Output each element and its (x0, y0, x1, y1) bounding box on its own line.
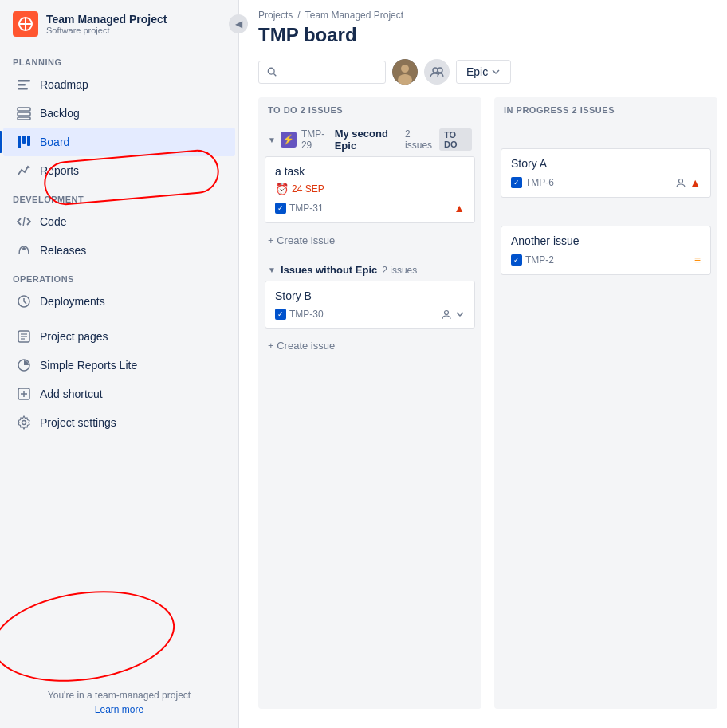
epic-chevron-icon: ▼ (268, 136, 276, 144)
toolbar: Epic (239, 59, 727, 97)
roadmap-label: Roadmap (40, 78, 88, 91)
story-type-icon: ✓ (275, 309, 286, 320)
sidebar-item-board[interactable]: Board (3, 128, 235, 156)
inprogress-column: IN PROGRESS 2 ISSUES ▼ ⚡ spacer Story A (494, 97, 717, 709)
inprogress-column-body: ▼ ⚡ spacer Story A ✓ TMP-6 (494, 123, 717, 288)
svg-line-12 (23, 217, 25, 226)
code-label: Code (40, 215, 66, 228)
issue-card-tmp31[interactable]: a task ⏰ 24 SEP ✓ TMP-31 (265, 156, 475, 223)
group-avatar[interactable] (424, 59, 450, 85)
issue-card-tmp2[interactable]: Another issue ✓ TMP-2 ≡ (501, 226, 711, 275)
issue-title: a task (275, 165, 465, 178)
roadmap-icon (16, 77, 32, 92)
sidebar-item-simple-reports-lite[interactable]: Simple Reports Lite (3, 351, 235, 380)
no-epic-row[interactable]: ▼ Issues without Epic 2 issues (265, 259, 475, 281)
add-shortcut-label: Add shortcut (40, 388, 103, 400)
another-issue-footer: ✓ TMP-2 ≡ (511, 254, 701, 266)
story-a-key: ✓ TMP-6 (511, 177, 554, 188)
svg-rect-9 (18, 136, 21, 148)
svg-point-13 (22, 247, 26, 250)
bottom-circle-annotation (0, 580, 181, 693)
another-issue-title: Another issue (511, 234, 701, 247)
svg-rect-4 (18, 84, 26, 86)
breadcrumb-separator: / (297, 10, 300, 21)
releases-icon (16, 242, 32, 258)
breadcrumb-projects[interactable]: Projects (258, 10, 293, 21)
backlog-label: Backlog (40, 107, 80, 120)
project-icon (13, 11, 38, 37)
todo-column-body: ▼ ⚡ TMP-29 My second Epic 2 issues TO DO… (258, 123, 481, 371)
top-header: Projects / Team Managed Project TMP boar… (239, 0, 727, 59)
story-a-assignee-icon (675, 177, 686, 188)
chevron-down-small-icon (455, 309, 465, 319)
sidebar-item-reports[interactable]: Reports (3, 156, 235, 185)
create-issue-button-no-epic[interactable]: + Create issue (265, 333, 475, 358)
story-a-footer: ✓ TMP-6 ▲ (511, 176, 701, 189)
sidebar-item-roadmap[interactable]: Roadmap (3, 70, 235, 99)
no-epic-chevron-icon: ▼ (268, 266, 276, 274)
svg-rect-10 (22, 136, 26, 144)
sidebar-item-code[interactable]: Code (3, 207, 235, 236)
svg-point-27 (401, 65, 409, 73)
sidebar-item-backlog[interactable]: Backlog (3, 99, 235, 128)
planning-section-label: PLANNING (0, 48, 238, 70)
svg-point-30 (438, 68, 442, 73)
epic-name: My second Epic (335, 128, 400, 152)
search-box[interactable] (258, 61, 386, 84)
simple-reports-lite-label: Simple Reports Lite (40, 359, 137, 372)
gear-icon (16, 415, 32, 431)
issue-footer: ✓ TMP-31 ▲ (275, 202, 465, 214)
todo-column-header: TO DO 2 ISSUES (258, 97, 481, 123)
issue-key-tmp31: ✓ TMP-31 (275, 203, 324, 214)
svg-point-24 (268, 68, 274, 74)
another-issue-key-text: TMP-2 (525, 254, 554, 266)
issue-meta: ⏰ 24 SEP (275, 183, 465, 195)
svg-line-25 (273, 73, 276, 76)
sidebar: Team Managed Project Software project ◀ … (0, 0, 239, 728)
story-b-key: ✓ TMP-30 (275, 309, 324, 320)
board-label: Board (40, 136, 69, 148)
sidebar-item-releases[interactable]: Releases (3, 236, 235, 265)
project-pages-icon (16, 329, 32, 344)
deployments-label: Deployments (40, 295, 105, 308)
breadcrumb-project[interactable]: Team Managed Project (305, 10, 403, 21)
group-icon (430, 65, 444, 79)
issue-card-tmp6[interactable]: Story A ✓ TMP-6 ▲ (501, 148, 711, 198)
story-a-title: Story A (511, 157, 701, 170)
due-date-badge: ⏰ 24 SEP (275, 183, 324, 195)
no-epic-count: 2 issues (382, 265, 417, 276)
svg-rect-8 (18, 117, 30, 120)
search-input[interactable] (281, 66, 377, 78)
epic-group-second: ▼ ⚡ TMP-29 My second Epic 2 issues TO DO… (265, 123, 475, 253)
add-shortcut-icon (16, 386, 32, 402)
main-content: Projects / Team Managed Project TMP boar… (239, 0, 727, 728)
assignee-icon (441, 309, 452, 320)
releases-label: Releases (40, 244, 86, 257)
svg-point-29 (433, 68, 438, 73)
sidebar-item-add-shortcut[interactable]: Add shortcut (3, 380, 235, 408)
epic-filter-button[interactable]: Epic (456, 60, 511, 84)
sidebar-item-project-settings[interactable]: Project settings (3, 408, 235, 437)
collapse-sidebar-button[interactable]: ◀ (229, 14, 248, 33)
priority-high-icon: ▲ (454, 202, 465, 214)
sidebar-item-deployments[interactable]: Deployments (3, 287, 235, 316)
sidebar-header: Team Managed Project Software project ◀ (0, 0, 238, 48)
issue-card-tmp30[interactable]: Story B ✓ TMP-30 (265, 281, 475, 329)
inprogress-epic-group: ▼ ⚡ spacer Story A ✓ TMP-6 (501, 123, 711, 198)
svg-point-23 (22, 421, 26, 425)
no-epic-inprogress-group: spacer Another issue ✓ TMP-2 ≡ (501, 204, 711, 275)
user-avatar[interactable] (392, 59, 418, 85)
svg-point-32 (679, 179, 683, 183)
no-epic-label: Issues without Epic (281, 264, 377, 276)
epic-lightning-icon: ⚡ (281, 132, 297, 148)
epic-key: TMP-29 (301, 128, 330, 151)
clock-icon: ⏰ (275, 183, 289, 195)
development-section-label: DEVELOPMENT (0, 185, 238, 207)
story-footer: ✓ TMP-30 (275, 309, 465, 320)
svg-point-31 (445, 311, 449, 315)
learn-more-link[interactable]: Learn more (95, 704, 143, 715)
sidebar-item-project-pages[interactable]: Project pages (3, 322, 235, 351)
create-issue-button-epic[interactable]: + Create issue (265, 228, 475, 253)
svg-rect-3 (18, 80, 30, 82)
epic-row[interactable]: ▼ ⚡ TMP-29 My second Epic 2 issues TO DO (265, 123, 475, 156)
